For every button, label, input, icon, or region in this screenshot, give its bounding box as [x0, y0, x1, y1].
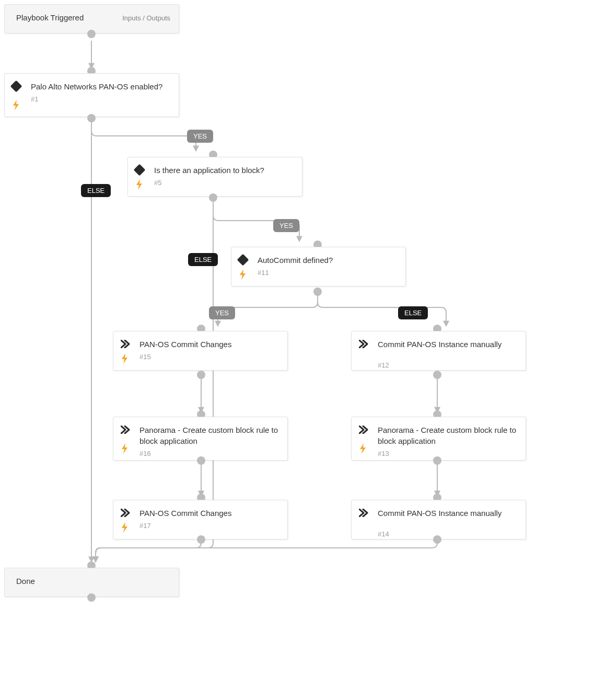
node-15[interactable]: PAN-OS Commit Changes #15 — [113, 331, 288, 371]
bolt-icon — [135, 179, 144, 190]
diamond-icon — [10, 81, 22, 93]
node-title: Panorama - Create custom block rule to b… — [139, 424, 279, 446]
node-16[interactable]: Panorama - Create custom block rule to b… — [113, 417, 288, 461]
start-node[interactable]: Playbook Triggered Inputs / Outputs — [4, 4, 179, 33]
node-title: Panorama - Create custom block rule to b… — [378, 424, 517, 446]
io-label[interactable]: Inputs / Outputs — [122, 14, 170, 22]
bolt-icon — [121, 353, 129, 364]
node-title: PAN-OS Commit Changes — [139, 339, 279, 350]
node-5[interactable]: Is there an application to block? #5 — [127, 157, 302, 197]
node-title: Palo Alto Networks PAN-OS enabled? — [31, 81, 170, 92]
node-13[interactable]: Panorama - Create custom block rule to b… — [351, 417, 526, 461]
done-title: Done — [16, 576, 170, 587]
chevron-icon — [121, 426, 130, 434]
chevron-icon — [359, 426, 368, 434]
node-id: #16 — [139, 450, 279, 457]
port-dot — [197, 371, 205, 379]
port-dot — [209, 193, 217, 202]
port-dot — [87, 30, 96, 38]
node-id: #1 — [31, 95, 170, 103]
port-dot — [197, 535, 205, 544]
branch-else: ELSE — [398, 306, 428, 319]
bolt-icon — [239, 269, 247, 280]
node-1[interactable]: Palo Alto Networks PAN-OS enabled? #1 — [4, 73, 179, 117]
node-17[interactable]: PAN-OS Commit Changes #17 — [113, 500, 288, 540]
port-dot — [87, 114, 96, 122]
node-14[interactable]: Commit PAN-OS Instance manually #14 — [351, 500, 526, 540]
branch-yes: YES — [187, 130, 213, 143]
node-12[interactable]: Commit PAN-OS Instance manually #12 — [351, 331, 526, 371]
bolt-icon — [121, 522, 129, 533]
branch-yes: YES — [209, 306, 235, 319]
chevron-icon — [359, 509, 368, 517]
branch-else: ELSE — [81, 184, 111, 197]
node-id: #12 — [378, 361, 517, 369]
port-dot — [197, 456, 205, 465]
port-dot — [87, 593, 96, 602]
branch-yes: YES — [273, 219, 299, 232]
node-title: AutoCommit defined? — [258, 255, 397, 266]
node-title: Commit PAN-OS Instance manually — [378, 508, 517, 519]
node-id: #14 — [378, 530, 517, 538]
port-dot — [433, 371, 441, 379]
bolt-icon — [121, 443, 129, 454]
port-dot — [433, 535, 441, 544]
bolt-icon — [359, 443, 367, 454]
diamond-icon — [237, 254, 249, 266]
node-id: #17 — [139, 522, 279, 530]
node-title: Is there an application to block? — [154, 165, 294, 176]
node-id: #13 — [378, 450, 517, 457]
diamond-icon — [134, 164, 146, 176]
done-node[interactable]: Done — [4, 568, 179, 597]
node-title: Commit PAN-OS Instance manually — [378, 339, 517, 350]
chevron-icon — [359, 340, 368, 348]
port-dot — [433, 456, 441, 465]
port-dot — [313, 288, 322, 296]
node-title: PAN-OS Commit Changes — [139, 508, 279, 519]
chevron-icon — [121, 340, 130, 348]
node-id: #15 — [139, 353, 279, 361]
chevron-icon — [121, 509, 130, 517]
node-id: #5 — [154, 179, 294, 187]
node-11[interactable]: AutoCommit defined? #11 — [231, 247, 406, 286]
branch-else: ELSE — [188, 253, 218, 266]
bolt-icon — [12, 100, 20, 110]
node-id: #11 — [258, 269, 397, 277]
